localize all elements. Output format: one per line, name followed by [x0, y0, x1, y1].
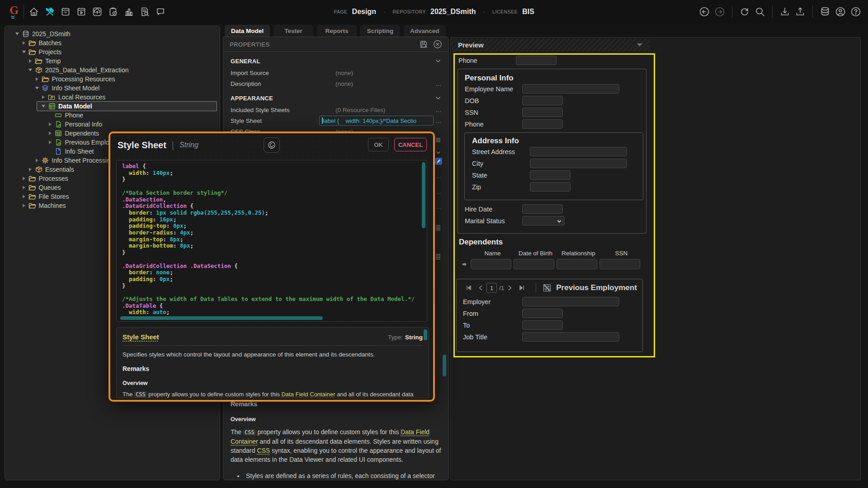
- field-input[interactable]: [522, 84, 619, 94]
- field-input[interactable]: [522, 320, 563, 330]
- dependents-cell-input[interactable]: [557, 259, 597, 269]
- menu-lines-icon[interactable]: [435, 137, 441, 143]
- save-icon[interactable]: [420, 40, 428, 48]
- doc-link[interactable]: Data Field Container: [281, 391, 335, 398]
- property-row-description[interactable]: Description(none)…: [223, 78, 448, 89]
- field-input[interactable]: [522, 108, 563, 117]
- tree-item-2025-data-model-extraction[interactable]: 2025_Data_Model_Extraction: [5, 66, 220, 75]
- cancel-button[interactable]: CANCEL: [394, 138, 427, 151]
- page-number-input[interactable]: 1: [486, 283, 497, 293]
- chevron-down-icon[interactable]: [435, 95, 441, 101]
- field-input[interactable]: [522, 119, 563, 129]
- chat-icon[interactable]: [155, 6, 166, 18]
- properties-scrollbar[interactable]: [443, 355, 446, 376]
- tree-item-info-sheet-model[interactable]: Info Sheet Model: [5, 84, 220, 93]
- chevron-collapsed-icon[interactable]: [22, 203, 26, 208]
- chevron-down-icon[interactable]: [435, 150, 441, 155]
- download-icon[interactable]: [779, 6, 791, 18]
- last-page-icon[interactable]: [518, 284, 525, 291]
- tree-item-2025-dsmith[interactable]: 2025_DSmith: [5, 29, 220, 38]
- search-icon[interactable]: [754, 6, 766, 18]
- next-page-icon[interactable]: [506, 284, 514, 291]
- field-input[interactable]: [530, 170, 571, 180]
- chevron-collapsed-icon[interactable]: [48, 140, 52, 145]
- code-vertical-scrollbar[interactable]: [422, 162, 425, 228]
- tab-data-model[interactable]: Data Model: [225, 25, 270, 37]
- doc-link[interactable]: CSS: [257, 447, 270, 454]
- chevron-collapsed-icon[interactable]: [22, 185, 26, 190]
- css-code-editor[interactable]: label { width: 140px;} /*Data Section bo…: [116, 160, 427, 322]
- chevron-collapsed-icon[interactable]: [28, 59, 33, 63]
- chevron-expanded-icon[interactable]: [22, 50, 26, 54]
- chevron-collapsed-icon[interactable]: [48, 131, 52, 136]
- chevron-expanded-icon[interactable]: [35, 86, 39, 90]
- section-general[interactable]: GENERAL: [223, 55, 448, 67]
- chevron-expanded-icon[interactable]: [41, 104, 46, 108]
- tree-item-data-model[interactable]: Data Model: [5, 102, 220, 111]
- chevron-collapsed-icon[interactable]: [22, 176, 26, 181]
- ellipsis-button[interactable]: …: [436, 189, 441, 195]
- previous-page-icon[interactable]: [477, 284, 484, 291]
- ai-assistant-button[interactable]: [264, 137, 280, 153]
- database-icon[interactable]: [819, 6, 831, 18]
- dependents-cell-input[interactable]: [599, 259, 640, 269]
- field-input[interactable]: [516, 56, 557, 65]
- cloud-upload-icon[interactable]: [91, 6, 103, 18]
- tab-scripting[interactable]: Scripting: [360, 25, 400, 37]
- tree-item-projects[interactable]: Projects: [5, 47, 220, 56]
- chevron-collapsed-icon[interactable]: [35, 158, 39, 163]
- ok-button[interactable]: OK: [368, 138, 389, 151]
- tab-tester[interactable]: Tester: [274, 25, 313, 37]
- field-input[interactable]: [530, 182, 571, 192]
- first-page-icon[interactable]: [465, 284, 472, 291]
- help-icon[interactable]: [850, 6, 862, 18]
- menu-lines-icon[interactable]: [435, 253, 441, 260]
- grid-view-icon[interactable]: [542, 283, 552, 292]
- field-input[interactable]: [522, 297, 619, 306]
- nav-forward-icon[interactable]: [714, 6, 726, 18]
- refresh-icon[interactable]: [739, 6, 750, 18]
- ellipsis-button[interactable]: …: [436, 173, 441, 179]
- property-row-included-style-sheets[interactable]: Included Style Sheets(0 Resource Files)…: [223, 104, 448, 115]
- field-input[interactable]: [522, 332, 619, 342]
- code-horizontal-scrollbar[interactable]: [120, 316, 323, 320]
- chevron-down-icon[interactable]: [435, 58, 441, 64]
- chevron-expanded-icon[interactable]: [15, 32, 19, 36]
- dependents-cell-input[interactable]: [471, 259, 511, 269]
- chevron-expanded-icon[interactable]: [28, 68, 33, 72]
- field-input[interactable]: [522, 309, 563, 318]
- home-icon[interactable]: [28, 6, 40, 18]
- field-input[interactable]: [530, 147, 627, 156]
- help-title-link[interactable]: Style Sheet: [123, 333, 388, 341]
- tree-item-phone[interactable]: Phone: [5, 111, 220, 120]
- ellipsis-button[interactable]: …: [436, 204, 441, 210]
- tree-item-processing-resources[interactable]: Processing Resources: [5, 75, 220, 84]
- tree-item-temp[interactable]: Temp: [5, 56, 220, 66]
- ellipsis-button[interactable]: …: [432, 107, 441, 113]
- tree-item-local-resources[interactable]: Local Resources: [5, 93, 220, 102]
- chevron-collapsed-icon[interactable]: [41, 95, 46, 99]
- ellipsis-button[interactable]: …: [434, 117, 441, 124]
- property-row-import-source[interactable]: Import Source(none): [223, 67, 448, 78]
- field-input[interactable]: [522, 96, 563, 105]
- bar-chart-icon[interactable]: [123, 6, 135, 18]
- close-icon[interactable]: [433, 40, 442, 49]
- archive-play-icon[interactable]: [75, 6, 87, 18]
- tab-advanced[interactable]: Advanced: [404, 25, 446, 37]
- nav-back-icon[interactable]: [698, 6, 710, 18]
- property-value-editor[interactable]: label { width: 140px;}/*Data Sectio: [319, 116, 434, 126]
- chevron-collapsed-icon[interactable]: [22, 194, 26, 199]
- archive-minus-icon[interactable]: [60, 6, 71, 18]
- chevron-collapsed-icon[interactable]: [28, 167, 33, 172]
- tools-icon[interactable]: [44, 6, 56, 18]
- tab-reports[interactable]: Reports: [317, 25, 357, 37]
- chevron-collapsed-icon[interactable]: [22, 41, 26, 45]
- page-value[interactable]: Design: [352, 8, 376, 16]
- chevron-collapsed-icon[interactable]: [35, 77, 39, 81]
- property-row-style-sheet[interactable]: Style Sheetlabel { width: 140px;}/*Data …: [223, 115, 448, 126]
- user-icon[interactable]: [835, 6, 846, 18]
- field-input[interactable]: [530, 159, 627, 168]
- app-logo[interactable]: G: [5, 3, 24, 21]
- chevron-collapsed-icon[interactable]: [48, 122, 52, 127]
- menu-lines-icon[interactable]: [435, 224, 441, 231]
